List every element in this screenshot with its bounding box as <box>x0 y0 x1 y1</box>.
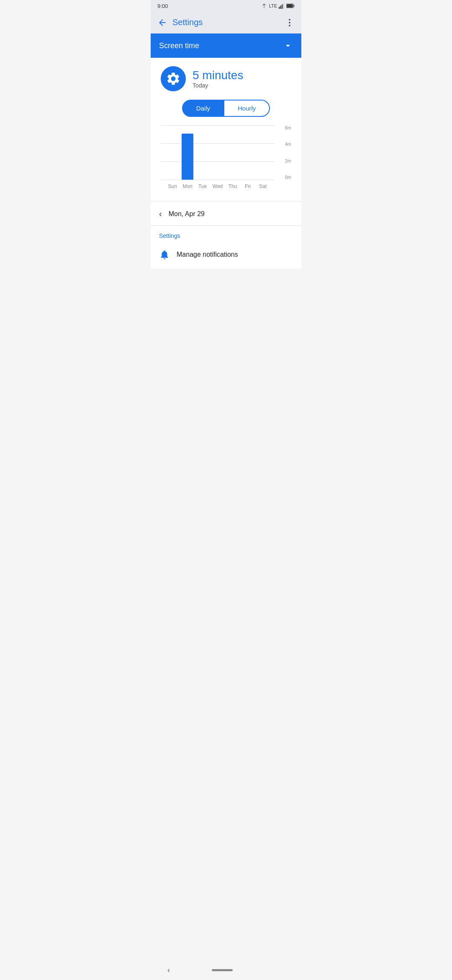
more-options-button[interactable] <box>281 14 298 31</box>
screen-time-label: Screen time <box>159 41 199 50</box>
app-info: 5 minutes Today <box>157 66 295 91</box>
y-label-4m: 4m <box>285 142 291 147</box>
x-label-tue: Tue <box>195 183 210 189</box>
usage-chart: 6m 4m 2m 0m <box>161 125 291 192</box>
svg-rect-0 <box>279 7 280 9</box>
bar-tue <box>195 125 210 180</box>
dot2 <box>289 22 290 23</box>
y-label-2m: 2m <box>285 158 291 163</box>
x-label-sun: Sun <box>165 183 180 189</box>
dot3 <box>289 25 290 26</box>
x-label-sat: Sat <box>255 183 270 189</box>
svg-rect-1 <box>280 5 281 9</box>
lte-label: LTE <box>269 3 277 8</box>
back-button[interactable] <box>154 14 171 31</box>
svg-rect-2 <box>282 5 282 9</box>
status-bar: 9:00 LTE <box>151 0 301 12</box>
page-title: Settings <box>172 18 281 27</box>
manage-notifications-item[interactable]: Manage notifications <box>159 244 293 265</box>
bar-sat <box>255 125 270 180</box>
x-label-fri: Fri <box>240 183 255 189</box>
chart-y-labels: 6m 4m 2m 0m <box>276 125 291 180</box>
status-time: 9:00 <box>157 3 168 9</box>
x-label-wed: Wed <box>210 183 225 189</box>
bar-sun <box>165 125 180 180</box>
selected-date: Mon, Apr 29 <box>169 210 205 218</box>
x-label-mon: Mon <box>180 183 195 189</box>
app-bar: Settings <box>151 12 301 34</box>
svg-rect-3 <box>283 3 284 9</box>
screen-time-header[interactable]: Screen time <box>151 34 301 58</box>
x-label-thu: Thu <box>225 183 240 189</box>
bar-fri <box>240 125 255 180</box>
manage-notifications-label: Manage notifications <box>177 251 238 258</box>
view-toggle: Daily Hourly <box>157 100 295 117</box>
grid-line-bottom <box>161 180 275 180</box>
y-label-0m: 0m <box>285 175 291 180</box>
signal-icon <box>279 3 285 9</box>
chart-bars <box>161 125 275 180</box>
bar-mon-fill <box>182 134 193 180</box>
date-back-button[interactable]: ‹ <box>159 209 162 219</box>
hourly-toggle-button[interactable]: Hourly <box>224 100 270 117</box>
chart-x-labels: Sun Mon Tue Wed Thu Fri Sat <box>161 181 275 192</box>
svg-rect-6 <box>287 4 293 7</box>
status-icons: LTE <box>261 3 295 9</box>
app-time-info: 5 minutes Today <box>193 69 243 89</box>
bar-thu <box>225 125 240 180</box>
date-navigation: ‹ Mon, Apr 29 <box>151 202 301 225</box>
svg-rect-5 <box>293 5 294 7</box>
gear-icon <box>166 71 181 86</box>
battery-icon <box>286 3 295 8</box>
app-icon <box>161 66 186 91</box>
wifi-icon <box>261 3 267 9</box>
daily-toggle-button[interactable]: Daily <box>182 100 224 117</box>
settings-section: Settings Manage notifications <box>151 226 301 268</box>
bell-icon <box>159 249 170 260</box>
main-content: 5 minutes Today Daily Hourly 6m 4m 2m 0m <box>151 58 301 201</box>
time-label: Today <box>193 82 243 89</box>
time-amount: 5 minutes <box>193 69 243 82</box>
bar-mon <box>180 125 195 180</box>
chevron-down-icon <box>283 41 293 51</box>
bar-wed <box>210 125 225 180</box>
dot1 <box>289 19 290 21</box>
section-title: Settings <box>159 232 293 239</box>
y-label-6m: 6m <box>285 125 291 130</box>
